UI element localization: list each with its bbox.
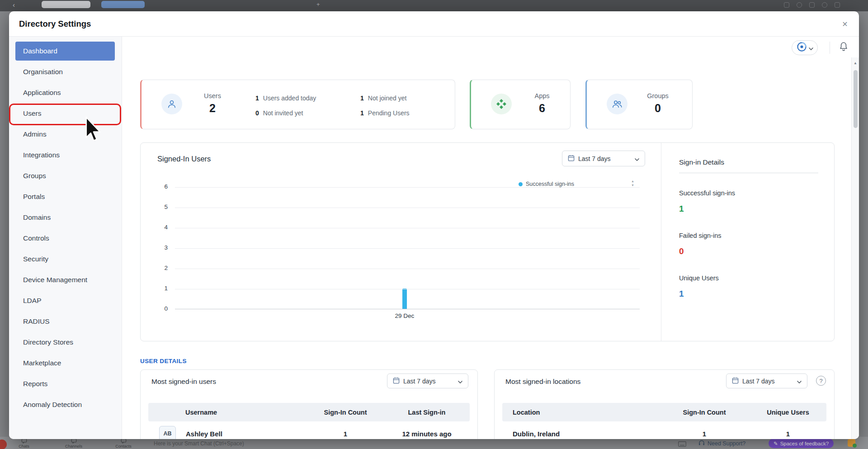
sidebar-item-groups[interactable]: Groups [15, 166, 115, 185]
table-row[interactable]: ABAshley Bell112 minutes ago [148, 421, 470, 439]
groups-label: Groups [637, 92, 678, 99]
gridline [175, 289, 640, 289]
sidebar-item-users[interactable]: Users [15, 104, 115, 123]
users-card-details: 1Users added today0Not invited yet1Not j… [255, 92, 410, 119]
legend-down-icon: ▼ [631, 183, 634, 187]
keyboard-icon[interactable] [678, 440, 686, 449]
users-count: 2 [192, 102, 233, 115]
taskbar-item-channels[interactable]: Channels [59, 439, 88, 449]
card-title: Most signed-in users [151, 378, 216, 386]
gridline [175, 208, 640, 208]
range-label: Last 7 days [403, 378, 436, 385]
users-range-dropdown[interactable]: Last 7 days [387, 373, 468, 388]
y-tick-label: 5 [164, 203, 168, 210]
sidebar-item-anomaly-detection[interactable]: Anomaly Detection [15, 395, 115, 414]
column-header-last-sign-in: Last Sign-in [384, 409, 470, 416]
sidebar-nav: DashboardOrganisationApplicationsUsersAd… [9, 37, 122, 439]
sidebar-item-controls[interactable]: Controls [15, 229, 115, 248]
sidebar-item-domains[interactable]: Domains [15, 208, 115, 227]
sidebar-item-directory-stores[interactable]: Directory Stores [15, 333, 115, 352]
gridline [175, 228, 640, 228]
apps-stat-card: Apps 6 [470, 80, 571, 129]
scroll-up-icon[interactable]: ▲ [852, 61, 859, 65]
sidebar-item-radius[interactable]: RADIUS [15, 312, 115, 331]
legend-dot [519, 182, 523, 186]
headset-icon [698, 440, 705, 447]
chart-legend: Successful sign-ins [519, 181, 574, 187]
sidebar-item-applications[interactable]: Applications [15, 83, 115, 102]
y-tick-label: 6 [164, 183, 168, 190]
app-logo-fragment [0, 440, 7, 449]
sidebar-item-admins[interactable]: Admins [15, 125, 115, 144]
signed-in-users-panel: Signed-In Users Last 7 days Successful s… [140, 142, 835, 341]
chevron-down-icon [797, 378, 802, 385]
sidebar-item-security[interactable]: Security [15, 250, 115, 269]
calendar-icon [568, 155, 575, 163]
need-support-label: Need Support? [708, 440, 745, 447]
sidebar-item-reports[interactable]: Reports [15, 374, 115, 393]
notifications-bell-icon[interactable] [839, 42, 848, 53]
y-tick-label: 1 [164, 285, 168, 292]
chevron-down-icon [635, 155, 639, 162]
username-cell: Ashley Bell [186, 430, 222, 438]
gridline [175, 269, 640, 269]
stat-not-invited-yet: 0Not invited yet [255, 107, 360, 119]
sidebar-item-device-management[interactable]: Device Management [15, 270, 115, 289]
chart-range-dropdown[interactable]: Last 7 days [562, 151, 645, 166]
signin-detail-failed-sign-ins: Failed sign-ins0 [679, 232, 818, 256]
browser-tab[interactable] [42, 1, 90, 8]
scrollbar-thumb[interactable] [854, 70, 858, 128]
browser-tab-active[interactable] [101, 1, 145, 8]
smart-chat-hint: Here is your Smart Chat (Ctrl+Space) [154, 440, 244, 447]
scrollbar[interactable]: ▲ [851, 57, 859, 439]
chart-plot: 29 Dec [175, 187, 640, 309]
users-stat-card: Users 2 1Users added today0Not invited y… [140, 80, 455, 129]
gridline [175, 187, 640, 188]
range-label: Last 7 days [578, 155, 611, 162]
help-icon[interactable]: ? [816, 376, 826, 386]
stat-users-added-today: 1Users added today [255, 92, 360, 104]
chart-y-axis: 6543210 [144, 187, 168, 309]
directory-settings-modal: Directory Settings ✕ DashboardOrganisati… [9, 11, 859, 439]
browser-chrome-strip: ‹ + [0, 0, 868, 11]
page-title: Directory Settings [19, 19, 91, 29]
sidebar-item-marketplace[interactable]: Marketplace [15, 354, 115, 373]
locations-table-body: Dublin, Ireland11 [502, 421, 826, 439]
stat-not-joined-yet: 1Not joined yet [360, 92, 410, 104]
legend-scroll-icons[interactable]: ▲ ▼ [631, 179, 634, 187]
range-label: Last 7 days [742, 378, 775, 385]
widget-icon[interactable] [848, 439, 855, 447]
legend-label: Successful sign-ins [526, 181, 574, 187]
apps-label: Apps [522, 92, 562, 99]
table-row[interactable]: Dublin, Ireland11 [502, 421, 826, 439]
column-header-username: Username [148, 409, 307, 416]
column-header-location: Location [502, 409, 659, 416]
chevron-down-icon [809, 44, 813, 52]
sidebar-item-portals[interactable]: Portals [15, 187, 115, 206]
org-switcher-button[interactable] [792, 40, 818, 55]
taskbar-item-chats[interactable]: Chats [9, 439, 38, 449]
y-tick-label: 3 [164, 244, 168, 251]
chat-bubble-icon [21, 439, 27, 444]
most-signed-in-users-card: Most signed-in users Last 7 days Usernam… [140, 369, 478, 439]
need-support-button[interactable]: Need Support? [698, 440, 745, 447]
sidebar-item-ldap[interactable]: LDAP [15, 291, 115, 310]
sidebar-item-integrations[interactable]: Integrations [15, 146, 115, 165]
modal-header: Directory Settings ✕ [9, 11, 859, 37]
close-icon[interactable]: ✕ [838, 17, 852, 31]
sidebar-item-organisation[interactable]: Organisation [15, 62, 115, 81]
sidebar-item-dashboard[interactable]: Dashboard [15, 42, 115, 61]
y-tick-label: 2 [164, 265, 168, 271]
taskbar-item-contacts[interactable]: Contacts [109, 439, 138, 449]
column-header-sign-in-count: Sign-In Count [307, 409, 384, 416]
new-tab-icon[interactable]: + [316, 1, 320, 8]
unique-users-cell: 1 [750, 430, 826, 438]
calendar-icon [732, 377, 739, 385]
feedback-button[interactable]: ✎ Spaces of feedback? [769, 439, 834, 448]
locations-range-dropdown[interactable]: Last 7 days [726, 373, 807, 388]
panel-title: Signed-In Users [157, 155, 211, 163]
avatar: AB [159, 426, 176, 439]
chart-bar[interactable] [402, 288, 407, 309]
groups-stat-card: Groups 0 [585, 80, 693, 129]
legend-up-icon: ▲ [631, 179, 634, 183]
